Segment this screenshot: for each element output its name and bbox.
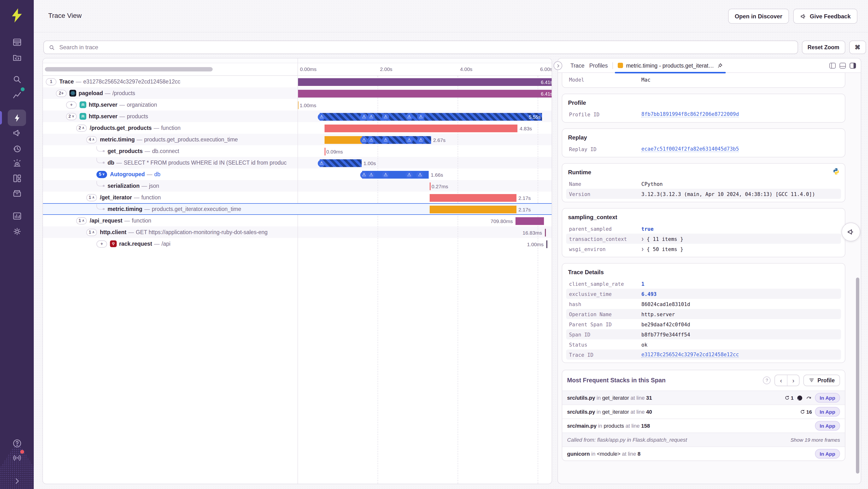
- stack-frame-row[interactable]: gunicorn in <module> at line 8In App: [562, 447, 845, 461]
- span-row[interactable]: 2∨http.server—products5.55s⚠⚠⚠⚠⚠⚠: [43, 111, 552, 122]
- sidebar-item-issues-icon[interactable]: [8, 34, 26, 50]
- error-warning-icon[interactable]: ⚠: [406, 136, 413, 144]
- error-warning-icon[interactable]: ⚠: [382, 136, 389, 144]
- span-row[interactable]: serialization—json0.27ms: [43, 180, 552, 192]
- tab-span-metric-timing[interactable]: metric.timing - products.get_iterat…: [618, 58, 723, 73]
- span-row[interactable]: 1∧/get_iterator—function2.17s: [43, 192, 552, 203]
- error-warning-icon[interactable]: ⚠: [406, 171, 413, 178]
- span-row[interactable]: get_products—db.connect0.09ms: [43, 145, 552, 157]
- sidebar-item-replays-icon[interactable]: [8, 141, 26, 157]
- search-box[interactable]: [43, 40, 798, 54]
- pin-icon[interactable]: [717, 62, 723, 68]
- reset-zoom-button[interactable]: Reset Zoom: [802, 40, 845, 54]
- span-children-toggle[interactable]: 1∧: [76, 217, 87, 224]
- tree-horizontal-scrollbar[interactable]: [45, 67, 213, 71]
- span-duration-bar[interactable]: [324, 124, 518, 132]
- span-row[interactable]: 1∧http.client—GET https://application-mo…: [43, 226, 552, 238]
- collapse-panel-button[interactable]: [554, 61, 562, 70]
- prev-stack-button[interactable]: ‹: [775, 375, 787, 386]
- span-row[interactable]: metric.timing—products.get_iterator.exec…: [43, 203, 552, 215]
- span-row[interactable]: +http.server—organization1.00ms: [43, 99, 552, 111]
- github-icon[interactable]: [796, 395, 803, 401]
- value[interactable]: ecae7c51f0024f2fa82e6314045d73b5: [641, 146, 838, 152]
- tab-trace[interactable]: Trace: [570, 62, 585, 68]
- give-feedback-button[interactable]: Give Feedback: [794, 9, 858, 24]
- span-row[interactable]: 1Trace—e31278c256524c3297e2cd12458e12cc6…: [43, 76, 552, 87]
- stack-frame-row[interactable]: src/main.py in products at line 158In Ap…: [562, 419, 845, 433]
- span-row[interactable]: +rack.request—/api1.00ms: [43, 238, 552, 250]
- span-children-toggle[interactable]: 1: [46, 78, 56, 85]
- error-warning-icon[interactable]: ⚠: [382, 171, 389, 178]
- layout-bottom-icon[interactable]: [840, 62, 846, 68]
- sentry-logo-icon[interactable]: [8, 7, 26, 24]
- sidebar-item-insights-icon[interactable]: [8, 87, 26, 103]
- span-duration-bar[interactable]: [319, 159, 362, 167]
- span-row[interactable]: 1∧/api_request—function709.80ms: [43, 215, 552, 226]
- tree-timeline-divider[interactable]: [298, 58, 298, 484]
- span-children-toggle[interactable]: 1∧: [86, 194, 97, 201]
- shortcuts-button[interactable]: ⌘: [849, 40, 866, 54]
- details-tab-bar: TraceProfiles metric.timing - products.g…: [558, 58, 861, 73]
- stack-frame-row[interactable]: src/utils.py in get_iterator at line 401…: [562, 405, 845, 419]
- duration-label: 1.00s: [364, 160, 376, 166]
- next-stack-button[interactable]: ›: [787, 375, 799, 386]
- span-duration-bar[interactable]: 5.55s: [319, 113, 542, 121]
- expand-chevron-icon[interactable]: ❯: [641, 236, 644, 241]
- layout-left-icon[interactable]: [830, 62, 836, 68]
- value[interactable]: e31278c256524c3297e2cd12458e12cc: [641, 351, 838, 358]
- span-instant-tick[interactable]: [324, 148, 325, 155]
- sidebar-item-feedback-icon[interactable]: [8, 124, 26, 141]
- span-children-toggle[interactable]: 5∨: [96, 171, 107, 178]
- span-row[interactable]: 2+pageload—/products6.41s: [43, 87, 552, 99]
- help-icon[interactable]: ?: [763, 376, 771, 384]
- span-children-toggle[interactable]: 2+: [56, 90, 66, 97]
- span-row[interactable]: 5∨Autogrouped—db1.66s⚠⚠⚠⚠⚠: [43, 169, 552, 180]
- span-children-toggle[interactable]: +: [96, 240, 107, 248]
- span-duration-bar[interactable]: 6.41s: [298, 90, 552, 97]
- tab-profiles[interactable]: Profiles: [589, 62, 608, 68]
- error-warning-icon[interactable]: ⚠: [382, 113, 389, 120]
- sidebar-item-dashboards-icon[interactable]: [8, 170, 26, 186]
- stack-frame-row[interactable]: src/utils.py in get_iterator at line 311…: [562, 391, 845, 405]
- show-more-frames-link[interactable]: Show 19 more frames: [790, 437, 840, 443]
- span-duration-bar[interactable]: [516, 217, 544, 225]
- span-children-toggle[interactable]: 2∧: [76, 124, 87, 132]
- sidebar-item-stats-icon[interactable]: [8, 207, 26, 224]
- span-instant-tick[interactable]: [430, 182, 431, 190]
- error-warning-icon[interactable]: ⚠: [406, 113, 413, 120]
- open-in-discover-button[interactable]: Open in Discover: [728, 9, 789, 24]
- span-instant-tick[interactable]: [545, 229, 546, 236]
- span-children-toggle[interactable]: 4∧: [86, 136, 97, 143]
- sidebar-item-alerts-icon[interactable]: [8, 155, 26, 171]
- panel-scrollbar[interactable]: [856, 278, 859, 473]
- open-profile-button[interactable]: Profile: [803, 375, 840, 386]
- span-row[interactable]: db—SELECT * FROM products WHERE id IN (S…: [43, 157, 552, 169]
- span-duration-bar[interactable]: 6.41s: [298, 78, 552, 86]
- sidebar-item-explore-icon[interactable]: [8, 71, 26, 87]
- sidebar-item-projects-icon[interactable]: [8, 49, 26, 66]
- search-input[interactable]: [58, 44, 793, 51]
- span-instant-tick[interactable]: [547, 240, 548, 248]
- span-duration-bar[interactable]: [430, 206, 517, 213]
- sidebar-item-releases-icon[interactable]: [8, 185, 26, 201]
- feedback-floating-button[interactable]: [841, 223, 860, 241]
- span-children-toggle[interactable]: +: [66, 101, 77, 108]
- value[interactable]: 8fb7bb1891994f8c862f206e8722009d: [641, 111, 838, 117]
- detail-card-trace-details: Trace Detailsclient_sample_rate1exclusiv…: [562, 263, 845, 363]
- sidebar-item-settings-icon[interactable]: [8, 223, 26, 239]
- span-children-toggle[interactable]: 2∨: [66, 113, 77, 120]
- span-duration-bar[interactable]: [430, 194, 517, 202]
- profiling-icon: [809, 377, 814, 383]
- span-children-toggle[interactable]: 1∧: [86, 229, 97, 236]
- open-in-icon[interactable]: [806, 395, 812, 401]
- layout-right-icon[interactable]: [850, 62, 856, 68]
- expand-chevron-icon[interactable]: ❯: [641, 247, 644, 251]
- duration-label: 5.55s: [529, 114, 542, 119]
- value: 1: [641, 281, 838, 287]
- key: Span ID: [569, 332, 641, 337]
- span-row[interactable]: 4∧metric.timing—products.get_products.ex…: [43, 134, 552, 145]
- sidebar-item-performance-icon[interactable]: [8, 110, 26, 126]
- span-row[interactable]: 2∧/products.get_products—function4.83s: [43, 122, 552, 134]
- span-duration-bar[interactable]: [324, 136, 362, 144]
- key: wsgi_environ: [569, 246, 641, 252]
